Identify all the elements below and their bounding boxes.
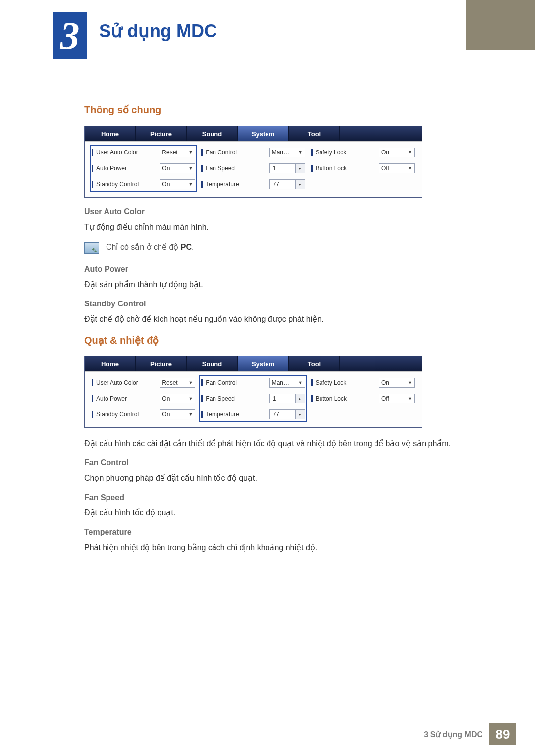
section-intro: Đặt cấu hình các cài đặt cần thiết để ph… <box>84 438 500 450</box>
item-description: Phát hiện nhiệt độ bên trong bằng cách c… <box>84 542 500 554</box>
item-description: Chọn phương pháp để đặt cấu hình tốc độ … <box>84 472 500 484</box>
setting-row: Fan ControlMan…▼ <box>201 377 305 389</box>
tab-bar: HomePictureSoundSystemTool <box>85 126 422 141</box>
chevron-down-icon: ▼ <box>188 412 193 417</box>
setting-label: Button Lock <box>316 395 376 402</box>
spinner-step-icon[interactable]: ▸ <box>295 180 305 189</box>
spinner[interactable]: 77▸ <box>269 179 305 189</box>
tab-home[interactable]: Home <box>85 356 136 371</box>
tab-bar: HomePictureSoundSystemTool <box>85 356 422 371</box>
setting-row: Safety LockOn▼ <box>311 147 415 158</box>
tab-sound[interactable]: Sound <box>187 126 238 141</box>
dropdown[interactable]: Man…▼ <box>269 378 305 388</box>
dropdown-value: On <box>162 395 170 402</box>
chevron-down-icon: ▼ <box>408 150 412 155</box>
item-heading: Temperature <box>84 528 500 537</box>
setting-row: Auto PowerOn▼ <box>92 162 195 174</box>
chevron-down-icon: ▼ <box>188 182 193 187</box>
tab-home[interactable]: Home <box>85 126 136 141</box>
dropdown-value: Reset <box>162 379 177 386</box>
setting-row: Temperature77▸ <box>201 178 305 190</box>
chapter-number-badge: 3 <box>53 12 87 59</box>
row-marker <box>201 395 203 402</box>
row-marker <box>311 165 313 172</box>
spinner-value: 77 <box>270 411 295 418</box>
setting-row: Safety LockOn▼ <box>311 377 415 389</box>
row-marker <box>92 149 93 156</box>
row-marker <box>92 181 93 188</box>
item-description: Đặt sản phẩm thành tự động bật. <box>84 279 500 291</box>
chevron-down-icon: ▼ <box>408 166 412 171</box>
settings-panel-2: HomePictureSoundSystemTool User Auto Col… <box>84 356 422 428</box>
setting-row: Standby ControlOn▼ <box>92 408 195 420</box>
spinner[interactable]: 1▸ <box>269 163 305 173</box>
setting-label: Temperature <box>206 411 266 418</box>
row-marker <box>92 411 93 418</box>
dropdown-value: On <box>162 181 170 188</box>
dropdown[interactable]: On▼ <box>379 378 415 388</box>
dropdown[interactable]: Reset▼ <box>160 148 195 157</box>
row-marker <box>92 395 93 402</box>
setting-row: Button LockOff▼ <box>311 162 415 174</box>
spinner-step-icon[interactable]: ▸ <box>295 164 305 173</box>
setting-row: User Auto ColorReset▼ <box>92 147 195 158</box>
setting-label: Safety Lock <box>316 379 376 386</box>
tab-picture[interactable]: Picture <box>136 356 187 371</box>
spinner-value: 77 <box>270 181 295 188</box>
row-marker <box>201 379 203 386</box>
dropdown[interactable]: On▼ <box>379 148 415 157</box>
tab-tool[interactable]: Tool <box>289 356 340 371</box>
note-text: Chỉ có sẵn ở chế độ PC. <box>106 242 194 252</box>
dropdown[interactable]: On▼ <box>160 163 195 173</box>
spinner[interactable]: 77▸ <box>269 409 305 419</box>
spinner-step-icon[interactable]: ▸ <box>295 394 305 403</box>
row-marker <box>201 181 203 188</box>
setting-label: User Auto Color <box>96 149 157 156</box>
tab-system[interactable]: System <box>238 126 289 141</box>
chevron-down-icon: ▼ <box>408 380 412 385</box>
dropdown[interactable]: Off▼ <box>379 163 415 173</box>
setting-label: Fan Speed <box>206 165 266 172</box>
spinner[interactable]: 1▸ <box>269 394 305 403</box>
chevron-down-icon: ▼ <box>298 150 303 155</box>
row-marker <box>92 165 93 172</box>
setting-label: User Auto Color <box>96 379 157 386</box>
spinner-value: 1 <box>270 395 295 402</box>
dropdown[interactable]: Man…▼ <box>269 148 305 157</box>
setting-row: Fan ControlMan…▼ <box>201 147 305 158</box>
tab-system[interactable]: System <box>238 356 289 371</box>
footer-chapter-label: 3 Sử dụng MDC <box>424 730 489 739</box>
dropdown[interactable]: On▼ <box>160 179 195 189</box>
spinner-step-icon[interactable]: ▸ <box>295 410 305 419</box>
dropdown-value: On <box>162 411 170 418</box>
setting-row: Auto PowerOn▼ <box>92 393 195 404</box>
row-marker <box>201 411 203 418</box>
item-description: Tự động điều chỉnh màu màn hình. <box>84 221 500 233</box>
dropdown[interactable]: Off▼ <box>379 394 415 403</box>
dropdown[interactable]: Reset▼ <box>160 378 195 388</box>
tab-picture[interactable]: Picture <box>136 126 187 141</box>
row-marker <box>201 165 203 172</box>
dropdown-value: On <box>381 149 389 156</box>
setting-row: User Auto ColorReset▼ <box>92 377 195 389</box>
chevron-down-icon: ▼ <box>408 396 412 401</box>
dropdown[interactable]: On▼ <box>160 409 195 419</box>
dropdown-value: Man… <box>272 149 289 156</box>
dropdown-value: On <box>381 379 389 386</box>
dropdown-value: Reset <box>162 149 177 156</box>
setting-label: Standby Control <box>96 181 157 188</box>
tab-sound[interactable]: Sound <box>187 356 238 371</box>
note: Chỉ có sẵn ở chế độ PC. <box>84 242 500 254</box>
chevron-down-icon: ▼ <box>188 166 193 171</box>
dropdown[interactable]: On▼ <box>160 394 195 403</box>
tab-tool[interactable]: Tool <box>289 126 340 141</box>
chevron-down-icon: ▼ <box>188 150 193 155</box>
setting-row: Button LockOff▼ <box>311 393 415 404</box>
setting-label: Fan Control <box>206 149 266 156</box>
item-heading: User Auto Color <box>84 207 500 216</box>
settings-panel-1: HomePictureSoundSystemTool User Auto Col… <box>84 126 422 198</box>
item-description: Đặt chế độ chờ để kích hoạt nếu nguồn và… <box>84 313 500 325</box>
setting-label: Fan Speed <box>206 395 266 402</box>
chevron-down-icon: ▼ <box>188 396 193 401</box>
item-heading: Auto Power <box>84 265 500 274</box>
